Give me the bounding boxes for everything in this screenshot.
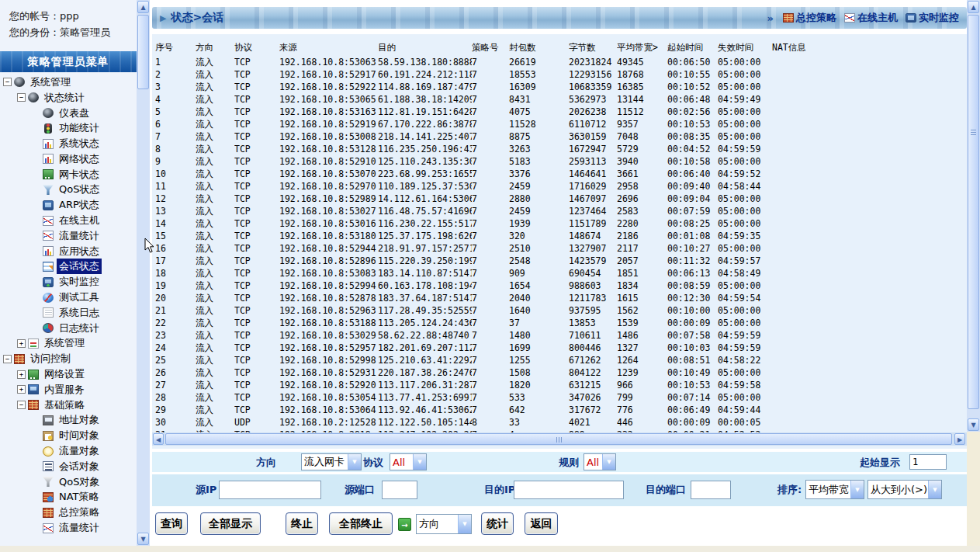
sidebar-item-27[interactable]: NAT策略 (0, 490, 137, 505)
sidebar-item-label: 日志统计 (57, 321, 102, 336)
expander-plus-icon[interactable]: + (17, 370, 26, 379)
sort-order-select[interactable]: 从大到小(>) ▼ (867, 480, 942, 499)
sidebar-item-20[interactable]: +内置服务 (0, 382, 137, 398)
sort-field-select[interactable]: 平均带宽 ▼ (805, 480, 864, 499)
sidebar-scrollbar[interactable]: ▲ ▼ (137, 0, 150, 552)
table-cell: 00:07:14 (667, 391, 718, 404)
table-cell: 流入 (196, 143, 234, 155)
expander-minus-icon[interactable]: − (17, 93, 26, 102)
table-cell: TCP (234, 292, 279, 304)
table-cell: 流入 (196, 292, 234, 304)
table-header-cell: NAT信息 (772, 40, 815, 56)
src-port-input[interactable] (382, 481, 417, 499)
table-cell: 937595 (569, 304, 617, 317)
sidebar-item-24[interactable]: 流量对象 (0, 443, 137, 459)
start-display-input[interactable] (909, 454, 947, 470)
table-cell: 流入 (196, 68, 234, 81)
table-cell: 24 (155, 342, 196, 354)
sidebar-item-label: QoS状态 (57, 182, 102, 197)
dst-ip-label: 目的IP (484, 483, 515, 497)
group-by-select[interactable]: 方向 ▼ (416, 514, 472, 534)
table-cell: 114.88.169.187:47916 (378, 81, 472, 93)
link-master-policy[interactable]: 总控策略 (783, 11, 836, 25)
sidebar-item-29[interactable]: 流量统计 (0, 520, 137, 536)
sidebar-scrollbar-thumb[interactable] (137, 15, 149, 89)
sidebar-item-10[interactable]: 流量统计 (0, 228, 137, 244)
table-cell: 7 (472, 279, 509, 292)
sidebar-item-7[interactable]: QoS状态 (0, 182, 137, 198)
sidebar-item-21[interactable]: −基础策略 (0, 398, 137, 413)
table-cell: 1672947 (569, 143, 617, 155)
sidebar-item-1[interactable]: −状态统计 (0, 90, 137, 106)
sidebar-item-5[interactable]: 网络状态 (0, 151, 137, 167)
table-cell: 流入 (196, 93, 234, 106)
sidebar-item-4[interactable]: 系统状态 (0, 136, 137, 151)
sidebar-item-28[interactable]: 总控策略 (0, 505, 137, 520)
sidebar-item-12[interactable]: 会话状态 (0, 259, 137, 275)
sidebar-item-0[interactable]: −系统管理 (0, 75, 137, 90)
src-ip-input[interactable] (219, 481, 321, 499)
table-cell: 05:00:00 (718, 242, 772, 255)
sidebar-item-17[interactable]: +系统管理 (0, 336, 137, 352)
link-online-hosts[interactable]: 在线主机 (844, 11, 898, 25)
v-scrollbar-thumb[interactable] (968, 15, 979, 409)
table-cell: 1851 (617, 267, 667, 279)
dst-ip-input[interactable] (514, 481, 624, 499)
sidebar-item-6[interactable]: 网卡状态 (0, 167, 137, 182)
chevron-down-icon: ▼ (850, 481, 864, 498)
sidebar-item-11[interactable]: 应用状态 (0, 244, 137, 259)
sidebar-item-16[interactable]: 日志统计 (0, 321, 137, 336)
table-cell: 04:59:44 (718, 404, 772, 416)
table-cell (772, 317, 815, 329)
sidebar-item-26[interactable]: QoS对象 (0, 474, 137, 490)
expander-minus-icon[interactable]: − (3, 355, 12, 363)
sidebar-item-23[interactable]: 时间对象 (0, 428, 137, 443)
table-cell: 192.168.10.8:53054 (279, 391, 378, 404)
sidebar-item-8[interactable]: ARP状态 (0, 197, 137, 213)
table-cell: 804122 (569, 366, 617, 379)
table-cell: 183.37.64.187:51413 (378, 292, 472, 304)
scroll-right-icon[interactable]: ▶ (954, 433, 965, 445)
table-cell: 00:10:53 (667, 118, 718, 130)
sidebar-item-14[interactable]: 测试工具 (0, 290, 137, 305)
table-cell: 192.168.10.8:53180 (279, 230, 378, 242)
sidebar-item-9[interactable]: 在线主机 (0, 213, 137, 228)
scroll-down-icon[interactable]: ▼ (137, 533, 149, 545)
scroll-up-icon[interactable]: ▲ (137, 1, 149, 13)
scroll-left-icon[interactable]: ◀ (153, 433, 164, 445)
back-button[interactable]: 返回 (525, 512, 558, 535)
sidebar-item-13[interactable]: 实时监控 (0, 274, 137, 290)
scroll-down-icon[interactable]: ▼ (968, 418, 979, 431)
sidebar-item-3[interactable]: 功能统计 (0, 120, 137, 136)
expander-plus-icon[interactable]: + (17, 339, 26, 348)
protocol-select[interactable]: All ▼ (390, 453, 427, 470)
h-scrollbar-thumb[interactable] (165, 433, 952, 445)
sidebar-item-15[interactable]: 系统日志 (0, 305, 137, 321)
table-cell: 7 (155, 130, 196, 143)
table-cell (772, 193, 815, 205)
link-realtime-monitor[interactable]: 实时监控 (906, 11, 959, 25)
sidebar-item-22[interactable]: 地址对象 (0, 413, 137, 429)
terminate-all-button[interactable]: 全部终止 (329, 512, 393, 535)
expander-minus-icon[interactable]: − (17, 401, 26, 409)
terminate-button[interactable]: 终止 (286, 512, 318, 535)
table-cell: 966 (617, 379, 667, 391)
sidebar-item-2[interactable]: 仪表盘 (0, 106, 137, 121)
query-button[interactable]: 查询 (155, 512, 188, 535)
sidebar-item-18[interactable]: −访问控制 (0, 351, 137, 366)
rule-select[interactable]: All ▼ (583, 453, 616, 470)
sidebar-item-19[interactable]: +网络设置 (0, 366, 137, 382)
sidebar-item-label: 应用状态 (57, 244, 102, 259)
show-all-button[interactable]: 全部显示 (200, 512, 261, 535)
sidebar-item-25[interactable]: 会话对象 (0, 459, 137, 474)
direction-select[interactable]: 流入网卡 ▼ (301, 453, 362, 470)
dst-port-input[interactable] (691, 481, 731, 499)
table-cell: 1699 (509, 342, 569, 354)
stats-button[interactable]: 统计 (481, 512, 514, 535)
scroll-up-icon[interactable]: ▲ (968, 1, 979, 13)
expander-plus-icon[interactable]: + (17, 385, 26, 394)
table-cell: 16309 (509, 81, 569, 93)
table-vertical-scrollbar[interactable]: ▲ ▼ (967, 0, 980, 432)
table-horizontal-scrollbar[interactable]: ◀ ▶ (152, 432, 967, 446)
expander-minus-icon[interactable]: − (3, 78, 12, 86)
